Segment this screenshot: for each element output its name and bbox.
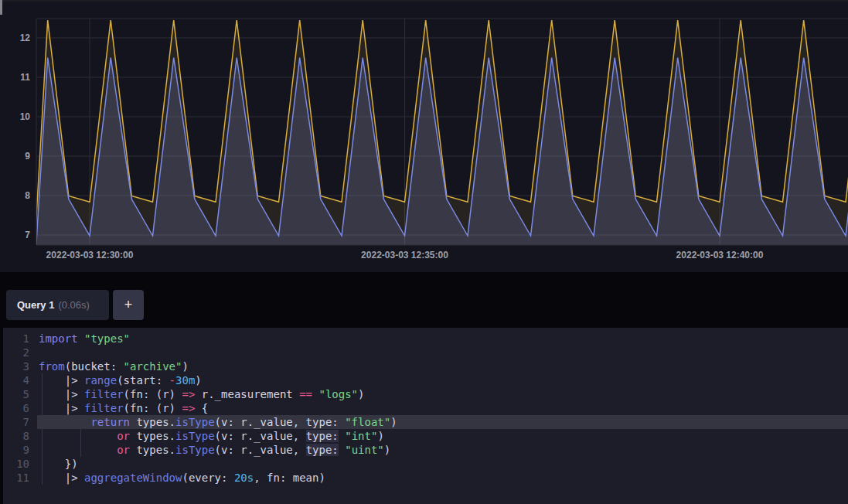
code-line-text[interactable]: |> range(start: -30m) bbox=[39, 373, 202, 387]
code-line[interactable]: 1import "types" bbox=[3, 332, 848, 346]
query-tab[interactable]: Query 1 (0.06s) bbox=[6, 290, 109, 320]
time-series-plot[interactable] bbox=[0, 0, 848, 272]
code-line-text[interactable]: or types.isType(v: r._value, type: "int"… bbox=[39, 429, 384, 443]
x-axis-tick-label: 2022-03-03 12:40:00 bbox=[676, 250, 764, 261]
y-axis-tick-label: 11 bbox=[0, 71, 30, 83]
window-corner-artifact bbox=[0, 0, 2, 15]
code-line-text[interactable]: }) bbox=[39, 457, 78, 471]
x-axis-tick-label: 2022-03-03 12:35:00 bbox=[361, 250, 448, 261]
window-top-edge bbox=[0, 0, 848, 2]
line-number: 8 bbox=[3, 429, 29, 443]
code-line[interactable]: 4 |> range(start: -30m) bbox=[3, 373, 848, 387]
code-line-text[interactable]: from(bucket: "archive") bbox=[39, 359, 189, 373]
code-line-text[interactable]: or types.isType(v: r._value, type: "uint… bbox=[39, 443, 390, 457]
plus-icon: + bbox=[124, 297, 133, 312]
code-line-text[interactable]: return types.isType(v: r._value, type: "… bbox=[39, 415, 397, 429]
y-axis-tick-label: 10 bbox=[0, 111, 30, 123]
line-number: 4 bbox=[3, 373, 29, 387]
code-line[interactable]: 10 }) bbox=[3, 457, 848, 471]
code-line[interactable]: 8 or types.isType(v: r._value, type: "in… bbox=[3, 429, 848, 443]
code-line[interactable]: 7 return types.isType(v: r._value, type:… bbox=[3, 415, 848, 429]
code-line-text[interactable]: |> filter(fn: (r) => r._measurement == "… bbox=[39, 387, 364, 401]
line-number: 6 bbox=[3, 401, 29, 415]
line-number: 2 bbox=[3, 346, 29, 359]
code-line-text[interactable]: import "types" bbox=[39, 332, 130, 346]
add-query-button[interactable]: + bbox=[113, 290, 144, 320]
data-explorer: 1211109872022-03-03 12:30:002022-03-03 1… bbox=[0, 0, 848, 504]
query-tab-bar: Query 1 (0.06s) + bbox=[0, 272, 848, 328]
line-number: 5 bbox=[3, 387, 29, 401]
code-line-text[interactable]: |> filter(fn: (r) => { bbox=[39, 401, 208, 415]
line-number: 7 bbox=[3, 415, 29, 429]
code-line[interactable]: 3from(bucket: "archive") bbox=[3, 359, 848, 373]
y-axis-tick-label: 12 bbox=[0, 32, 30, 44]
query-duration-badge: (0.06s) bbox=[58, 299, 89, 311]
flux-code-editor[interactable]: 1import "types"23from(bucket: "archive")… bbox=[3, 328, 848, 504]
line-number: 1 bbox=[3, 332, 29, 346]
code-line[interactable]: 11 |> aggregateWindow(every: 20s, fn: me… bbox=[3, 471, 848, 485]
query-tab-label: Query 1 bbox=[17, 299, 54, 311]
line-number: 10 bbox=[3, 457, 29, 471]
code-line[interactable]: 6 |> filter(fn: (r) => { bbox=[3, 401, 848, 415]
code-line[interactable]: 2 bbox=[3, 346, 848, 359]
code-line-text[interactable]: |> aggregateWindow(every: 20s, fn: mean) bbox=[39, 471, 325, 485]
y-axis-tick-label: 9 bbox=[0, 150, 30, 162]
code-line[interactable]: 5 |> filter(fn: (r) => r._measurement ==… bbox=[3, 387, 848, 401]
code-line[interactable]: 9 or types.isType(v: r._value, type: "ui… bbox=[3, 443, 848, 457]
line-number: 11 bbox=[3, 471, 29, 485]
graph-panel: 1211109872022-03-03 12:30:002022-03-03 1… bbox=[0, 2, 848, 272]
y-axis-tick-label: 7 bbox=[0, 229, 30, 241]
x-axis-tick-label: 2022-03-03 12:30:00 bbox=[46, 250, 134, 261]
line-number: 9 bbox=[3, 443, 29, 457]
line-number: 3 bbox=[3, 359, 29, 373]
y-axis-tick-label: 8 bbox=[0, 189, 30, 202]
